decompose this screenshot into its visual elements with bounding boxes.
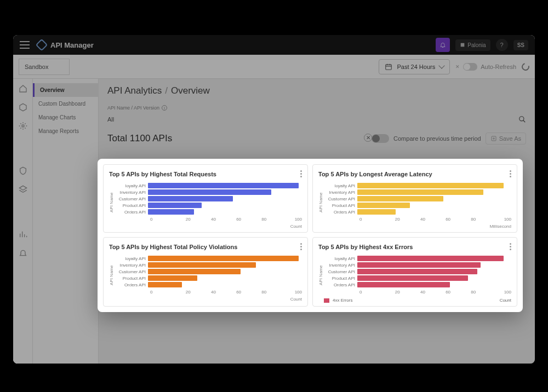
bar-row: Orders API: [116, 209, 302, 215]
bar-row: Customer API: [326, 196, 511, 201]
axis-tick: 60: [436, 217, 461, 222]
bar-track[interactable]: [357, 282, 511, 287]
chart-menu-icon[interactable]: [300, 243, 302, 250]
chart-legend: 4xx ErrorsCount: [324, 298, 511, 303]
bar-track[interactable]: [148, 189, 302, 195]
bar-track[interactable]: [148, 275, 302, 281]
bar-track[interactable]: [148, 203, 302, 208]
sidebar-item-overview[interactable]: Overview: [33, 83, 98, 97]
axis-tick: 20: [385, 290, 410, 295]
chart-title: Top 5 APIs by Longest Average Latency: [318, 171, 432, 177]
bar-track[interactable]: [357, 183, 511, 188]
bar-row: Orders API: [326, 282, 511, 287]
bar-fill: [357, 256, 504, 261]
bar-category: Inventory API: [326, 190, 357, 195]
app-logo[interactable]: API Manager: [37, 41, 94, 49]
bar-category: Product API: [326, 203, 357, 208]
bar-track[interactable]: [357, 209, 511, 215]
hamburger-icon[interactable]: [20, 41, 30, 49]
refresh-icon[interactable]: [520, 61, 530, 72]
legend-swatch: [324, 298, 329, 303]
bar-category: loyalty API: [116, 256, 148, 261]
axis-tick: 60: [226, 217, 252, 222]
auto-refresh-toggle[interactable]: ✕ Auto-Refresh: [455, 63, 516, 71]
chart-card: Top 5 APIs by Highest 4xx Errors API Nam…: [312, 237, 517, 307]
notifications-button[interactable]: [436, 38, 450, 52]
bar-category: loyalty API: [116, 183, 148, 188]
layers-icon[interactable]: [19, 185, 27, 194]
bar-track[interactable]: [148, 256, 302, 261]
bar-row: Customer API: [116, 269, 302, 274]
bar-category: loyalty API: [326, 256, 357, 261]
help-button[interactable]: ?: [496, 39, 508, 51]
info-icon[interactable]: i: [162, 105, 167, 111]
bar-track[interactable]: [148, 209, 302, 215]
sidebar-item-manage-charts[interactable]: Manage Charts: [33, 111, 98, 124]
y-axis-label: API Name: [109, 183, 114, 222]
gear-icon[interactable]: [19, 122, 27, 130]
bar-track[interactable]: [357, 203, 511, 208]
bar-track[interactable]: [357, 196, 511, 201]
bar-track[interactable]: [148, 183, 302, 188]
x-axis-label: Count: [109, 224, 302, 229]
search-icon[interactable]: [518, 116, 526, 123]
bar-fill: [357, 269, 477, 274]
left-rail: [13, 79, 33, 364]
bar-track[interactable]: [148, 269, 302, 274]
axis-tick: 0: [359, 290, 385, 295]
bar-track[interactable]: [357, 262, 511, 268]
compare-toggle[interactable]: [372, 134, 389, 143]
bar-fill: [148, 189, 271, 195]
bar-track[interactable]: [148, 262, 302, 268]
axis-tick: 0: [150, 290, 175, 295]
axis-tick: 80: [461, 290, 486, 295]
org-selector[interactable]: Palonia: [455, 39, 490, 51]
top-bar: API Manager Palonia ? SS: [13, 35, 535, 55]
svg-rect-1: [386, 64, 392, 69]
bar-row: Product API: [116, 275, 302, 281]
x-axis: 020406080100: [150, 290, 302, 295]
breadcrumb: API Analytics / Overview: [107, 85, 526, 96]
environment-selector[interactable]: Sandbox: [19, 59, 70, 75]
bar-track[interactable]: [357, 256, 511, 261]
x-axis-label: Millisecond: [318, 224, 511, 229]
axis-tick: 100: [486, 217, 511, 222]
bar-track[interactable]: [148, 282, 302, 287]
bar-fill: [357, 189, 483, 195]
bar-fill: [357, 196, 443, 201]
shield-icon[interactable]: [19, 166, 27, 175]
chart-icon[interactable]: [19, 230, 27, 239]
bar-category: Product API: [116, 276, 148, 281]
axis-tick: 40: [201, 217, 226, 222]
bell-rail-icon[interactable]: [19, 249, 27, 257]
sidebar-item-manage-reports[interactable]: Manage Reports: [33, 124, 98, 138]
bar-row: loyalty API: [116, 183, 302, 188]
bar-track[interactable]: [357, 189, 511, 195]
bar-fill: [148, 282, 182, 287]
cube-icon[interactable]: [19, 103, 27, 112]
bar-fill: [357, 203, 410, 208]
save-icon: [490, 135, 497, 142]
save-as-button[interactable]: Save As: [486, 132, 526, 145]
bar-track[interactable]: [357, 275, 511, 281]
chart-menu-icon[interactable]: [510, 170, 511, 177]
bar-category: loyalty API: [326, 183, 357, 188]
chart-menu-icon[interactable]: [300, 170, 302, 177]
bar-row: Product API: [326, 275, 511, 281]
chevron-down-icon: [439, 62, 445, 68]
time-range-selector[interactable]: Past 24 Hours: [379, 59, 450, 74]
filter-value[interactable]: All: [107, 114, 114, 125]
bar-track[interactable]: [357, 269, 511, 274]
axis-tick: 0: [359, 217, 385, 222]
home-icon[interactable]: [19, 84, 27, 93]
bar-track[interactable]: [148, 196, 302, 201]
bar-fill: [148, 275, 197, 281]
chart-menu-icon[interactable]: [510, 243, 511, 250]
toggle-icon: [463, 63, 477, 71]
sidebar-item-custom-dashboard[interactable]: Custom Dashboard: [33, 97, 98, 111]
bar-fill: [357, 262, 481, 268]
user-avatar[interactable]: SS: [513, 40, 528, 50]
chart-title: Top 5 APIs by Highest Total Requests: [109, 171, 216, 177]
bar-category: Product API: [326, 276, 357, 281]
filter-label: API Name / API Version i: [107, 105, 526, 111]
